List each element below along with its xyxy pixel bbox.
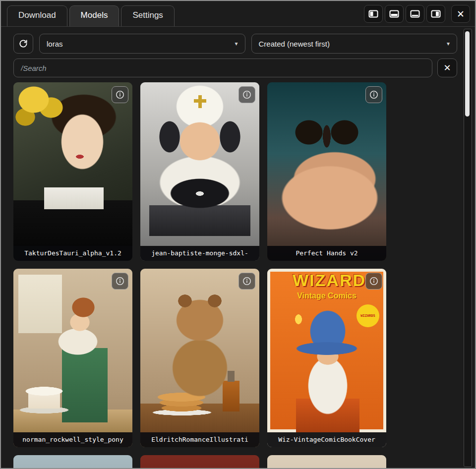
dock-bottom-button[interactable] (385, 5, 404, 23)
card-thumbnail[interactable] (13, 269, 132, 447)
info-icon (369, 277, 378, 286)
info-icon (242, 277, 251, 286)
dock-bottom-expand-icon (410, 10, 420, 18)
model-card-partial[interactable] (13, 455, 132, 469)
card-label: Perfect Hands v2 (267, 246, 386, 261)
model-card[interactable]: jean-baptiste-monge-sdxl- (140, 82, 259, 261)
dock-bottom-icon (389, 10, 399, 18)
search-row: ✕ (13, 59, 457, 77)
clear-search-button[interactable]: ✕ (437, 59, 457, 77)
comic-cover-subtitle: Vintage Comics (267, 292, 386, 300)
info-button[interactable] (238, 273, 255, 290)
tab-group: Download Models Settings (7, 5, 175, 26)
scrollbar[interactable] (464, 29, 472, 467)
info-icon (242, 90, 251, 99)
info-icon (116, 90, 124, 99)
info-button[interactable] (365, 86, 382, 103)
card-thumbnail[interactable] (140, 455, 259, 469)
sort-value: Created (newest first) (259, 40, 330, 48)
tab-models[interactable]: Models (69, 5, 119, 26)
info-button[interactable] (238, 86, 255, 103)
card-thumbnail[interactable] (13, 82, 132, 261)
model-grid: TakturDesTauri_alpha_v1.2 jean-baptiste-… (13, 82, 457, 469)
dock-bottom-expand-button[interactable] (406, 5, 424, 23)
model-card[interactable]: WIZARD Vintage Comics WIZARDS Wiz-Vintag… (267, 269, 386, 447)
card-label: Wiz-VintageComicBookCover (267, 432, 386, 447)
dock-right-icon (431, 10, 441, 18)
tab-bar: Download Models Settings ✕ (1, 1, 475, 27)
refresh-icon (18, 39, 28, 49)
app-window: Download Models Settings ✕ (0, 0, 476, 469)
card-label: TakturDesTauri_alpha_v1.2 (13, 246, 132, 261)
card-thumbnail[interactable] (267, 82, 386, 261)
chevron-down-icon: ▾ (447, 40, 450, 47)
info-button[interactable] (112, 273, 128, 290)
tab-settings[interactable]: Settings (121, 5, 174, 26)
tab-download[interactable]: Download (7, 5, 67, 26)
card-thumbnail[interactable] (140, 269, 259, 447)
model-type-value: loras (47, 40, 63, 48)
close-button[interactable]: ✕ (451, 5, 470, 23)
model-type-select[interactable]: loras ▾ (39, 34, 245, 54)
dock-left-icon (368, 10, 378, 18)
scrollbar-thumb[interactable] (465, 31, 470, 117)
model-card[interactable]: Perfect Hands v2 (267, 82, 386, 261)
card-thumbnail[interactable] (267, 455, 386, 469)
info-button[interactable] (365, 273, 382, 290)
chevron-down-icon: ▾ (235, 40, 238, 47)
card-label: norman_rockwell_style_pony (13, 432, 132, 447)
comic-cover-badge: WIZARDS (357, 304, 379, 327)
card-label: EldritchRomanceIllustrati (140, 432, 259, 447)
model-card[interactable]: norman_rockwell_style_pony (13, 269, 132, 447)
model-card[interactable]: EldritchRomanceIllustrati (140, 269, 259, 447)
refresh-button[interactable] (13, 34, 33, 54)
models-panel: loras ▾ Created (newest first) ▾ ✕ Taktu… (1, 27, 475, 469)
card-thumbnail[interactable]: WIZARD Vintage Comics WIZARDS (267, 269, 386, 447)
sort-select[interactable]: Created (newest first) ▾ (251, 34, 458, 54)
info-button[interactable] (112, 86, 128, 103)
window-button-group: ✕ (364, 5, 470, 26)
info-icon (369, 90, 378, 99)
dock-right-button[interactable] (426, 5, 445, 23)
info-icon (116, 277, 124, 286)
dock-left-button[interactable] (364, 5, 383, 23)
card-label: jean-baptiste-monge-sdxl- (140, 246, 259, 261)
model-card-partial[interactable] (267, 455, 386, 469)
card-thumbnail[interactable] (140, 82, 259, 261)
card-thumbnail[interactable] (13, 455, 132, 469)
model-card[interactable]: TakturDesTauri_alpha_v1.2 (13, 82, 132, 261)
model-card-partial[interactable] (140, 455, 259, 469)
controls-row: loras ▾ Created (newest first) ▾ (13, 34, 457, 54)
search-input[interactable] (13, 59, 432, 77)
